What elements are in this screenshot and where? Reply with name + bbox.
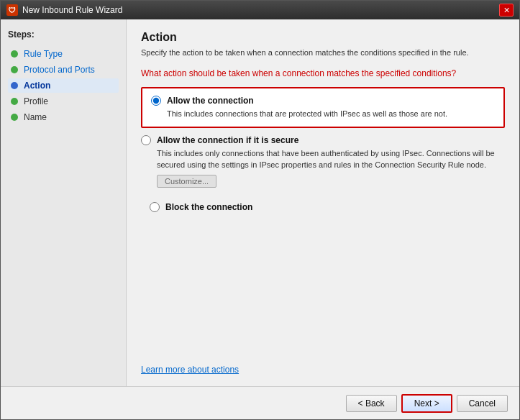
sidebar-label-rule-type: Rule Type xyxy=(24,49,63,59)
sidebar-item-rule-type[interactable]: Rule Type xyxy=(8,47,119,61)
app-icon: 🛡 xyxy=(6,4,18,16)
page-title: Action xyxy=(141,31,505,44)
option-allow-secure-desc: This includes only connections that have… xyxy=(157,148,505,170)
step-dot-profile xyxy=(11,98,18,105)
titlebar: 🛡 New Inbound Rule Wizard ✕ xyxy=(1,1,519,19)
next-button[interactable]: Next > xyxy=(401,394,452,413)
learn-more-link[interactable]: Learn more about actions xyxy=(141,350,505,375)
question-text: What action should be taken when a conne… xyxy=(141,68,505,78)
radio-allow[interactable] xyxy=(151,96,161,106)
steps-label: Steps: xyxy=(8,29,119,40)
close-button[interactable]: ✕ xyxy=(499,4,514,17)
customize-button[interactable]: Customize... xyxy=(157,175,216,188)
option-allow-label: Allow the connection xyxy=(167,96,254,106)
sidebar-item-profile[interactable]: Profile xyxy=(8,94,119,109)
step-dot-name xyxy=(11,114,18,121)
option-allow-box: Allow the connection This includes conne… xyxy=(141,87,505,128)
sidebar: Steps: Rule Type Protocol and Ports Acti… xyxy=(1,19,127,386)
option-allow-secure: Allow the connection if it is secure Thi… xyxy=(141,135,505,188)
cancel-button[interactable]: Cancel xyxy=(457,395,508,412)
window-title: New Inbound Rule Wizard xyxy=(22,5,122,15)
option-allow-row: Allow the connection xyxy=(151,96,495,106)
option-block-row: Block the connection xyxy=(150,202,496,212)
radio-allow-secure[interactable] xyxy=(141,135,151,145)
page-description: Specify the action to be taken when a co… xyxy=(141,48,505,57)
option-allow-desc: This includes connections that are prote… xyxy=(167,109,495,119)
step-dot-rule-type xyxy=(11,50,18,58)
step-dot-action xyxy=(11,82,18,89)
sidebar-label-profile: Profile xyxy=(24,96,48,106)
sidebar-label-protocol-ports: Protocol and Ports xyxy=(24,65,95,75)
option-block: Block the connection xyxy=(141,195,505,222)
main-content: Action Specify the action to be taken wh… xyxy=(127,19,519,386)
bottom-bar: < Back Next > Cancel xyxy=(1,386,519,419)
sidebar-item-protocol-ports[interactable]: Protocol and Ports xyxy=(8,63,119,77)
options-area: Allow the connection This includes conne… xyxy=(141,87,505,350)
sidebar-label-name: Name xyxy=(24,112,47,122)
option-block-label: Block the connection xyxy=(165,202,252,212)
radio-block[interactable] xyxy=(150,202,160,212)
sidebar-item-action[interactable]: Action xyxy=(8,78,119,93)
wizard-window: 🛡 New Inbound Rule Wizard ✕ Steps: Rule … xyxy=(0,0,520,420)
titlebar-left: 🛡 New Inbound Rule Wizard xyxy=(6,4,122,16)
option-allow-secure-row: Allow the connection if it is secure xyxy=(141,135,505,145)
option-allow-secure-label: Allow the connection if it is secure xyxy=(157,135,298,145)
sidebar-label-action: Action xyxy=(24,81,50,91)
sidebar-item-name[interactable]: Name xyxy=(8,110,119,124)
step-dot-protocol-ports xyxy=(11,66,18,73)
content-area: Steps: Rule Type Protocol and Ports Acti… xyxy=(1,19,519,386)
back-button[interactable]: < Back xyxy=(346,395,397,412)
